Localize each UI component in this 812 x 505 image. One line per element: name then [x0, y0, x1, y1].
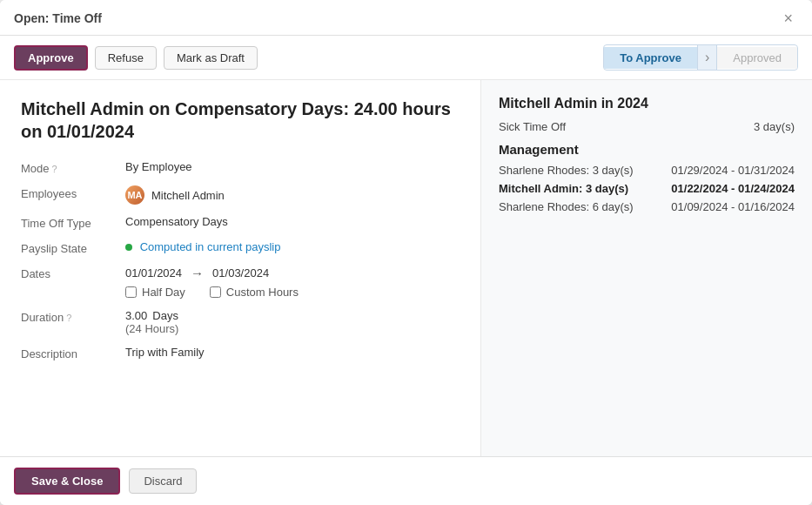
duration-days-number: 3.00	[125, 309, 147, 322]
side-entry-dates-0: 01/29/2024 - 01/31/2024	[671, 164, 795, 177]
save-close-button[interactable]: Save & Close	[14, 468, 120, 495]
side-entry-1: Mitchell Admin: 3 day(s) 01/22/2024 - 01…	[499, 182, 795, 195]
custom-hours-checkbox-label[interactable]: Custom Hours	[210, 286, 299, 299]
custom-hours-checkbox[interactable]	[210, 286, 221, 298]
status-arrow-icon: ›	[697, 45, 717, 70]
discard-button[interactable]: Discard	[129, 468, 197, 494]
avatar: MA	[125, 185, 144, 205]
payslip-state-row: Payslip State Computed in current paysli…	[21, 240, 460, 255]
employees-row: Employees MA Mitchell Admin	[21, 185, 460, 205]
date-to: 01/03/2024	[212, 266, 269, 279]
mode-row: Mode ? By Employee	[21, 160, 460, 175]
payslip-state-label: Payslip State	[21, 240, 125, 255]
checkbox-row: Half Day Custom Hours	[125, 286, 460, 299]
dates-label: Dates	[21, 266, 125, 280]
employee-avatar: MA Mitchell Admin	[125, 185, 225, 205]
duration-label: Duration ?	[21, 309, 125, 324]
side-entry-0: Sharlene Rhodes: 3 day(s) 01/29/2024 - 0…	[499, 164, 795, 177]
time-off-type-value: Compensatory Days	[125, 215, 460, 228]
status-step-approved[interactable]: Approved	[717, 47, 797, 69]
side-entry-2: Sharlene Rhodes: 6 day(s) 01/09/2024 - 0…	[499, 200, 795, 213]
side-panel: Mitchell Admin in 2024 Sick Time Off 3 d…	[481, 80, 812, 456]
status-flow: To Approve › Approved	[603, 44, 798, 71]
side-entry-name-1: Mitchell Admin: 3 day(s)	[499, 182, 628, 195]
approve-button[interactable]: Approve	[14, 45, 88, 71]
side-entry-dates-1: 01/22/2024 - 01/24/2024	[671, 182, 795, 195]
dialog-title: Open: Time Off	[14, 11, 102, 25]
sick-time-off-row: Sick Time Off 3 day(s)	[499, 120, 795, 133]
duration-display: 3.00 Days	[125, 309, 460, 322]
side-entries: Sharlene Rhodes: 3 day(s) 01/29/2024 - 0…	[499, 164, 795, 213]
duration-unit: Days	[152, 309, 178, 322]
management-title: Management	[499, 142, 795, 157]
dates-inputs-row: 01/01/2024 → 01/03/2024	[125, 266, 460, 280]
side-entry-name-2: Sharlene Rhodes: 6 day(s)	[499, 200, 634, 213]
toolbar: Approve Refuse Mark as Draft To Approve …	[0, 36, 812, 80]
time-off-type-row: Time Off Type Compensatory Days	[21, 215, 460, 230]
date-from: 01/01/2024	[125, 266, 182, 279]
status-step-to-approve[interactable]: To Approve	[604, 47, 697, 69]
side-entry-dates-2: 01/09/2024 - 01/16/2024	[671, 200, 795, 213]
sick-label: Sick Time Off	[499, 120, 566, 133]
duration-hours: (24 Hours)	[125, 322, 460, 335]
dialog-titlebar: Open: Time Off ×	[0, 0, 812, 36]
mark-as-draft-button[interactable]: Mark as Draft	[164, 46, 258, 70]
duration-value: 3.00 Days (24 Hours)	[125, 309, 460, 335]
duration-row: Duration ? 3.00 Days (24 Hours)	[21, 309, 460, 335]
description-row: Description Trip with Family	[21, 346, 460, 360]
payslip-text: Computed in current payslip	[140, 240, 281, 253]
half-day-checkbox[interactable]	[125, 286, 137, 298]
employees-label: Employees	[21, 185, 125, 200]
sick-days: 3 day(s)	[754, 120, 795, 133]
employee-name: Mitchell Admin	[151, 189, 225, 202]
employees-value: MA Mitchell Admin	[125, 185, 460, 205]
mode-value: By Employee	[125, 160, 460, 173]
side-title: Mitchell Admin in 2024	[499, 96, 795, 111]
description-label: Description	[21, 346, 125, 360]
dates-row: Dates 01/01/2024 → 01/03/2024 Half Day	[21, 266, 460, 299]
half-day-checkbox-label[interactable]: Half Day	[125, 286, 185, 299]
dates-value: 01/01/2024 → 01/03/2024 Half Day Custom …	[125, 266, 460, 299]
side-entry-name-0: Sharlene Rhodes: 3 day(s)	[499, 164, 634, 177]
payslip-dot	[125, 244, 132, 251]
mode-help-icon: ?	[52, 164, 57, 174]
main-panel: Mitchell Admin on Compensatory Days: 24.…	[0, 80, 481, 456]
dates-arrow-icon: →	[191, 266, 204, 280]
time-off-type-label: Time Off Type	[21, 215, 125, 230]
payslip-state-value: Computed in current payslip	[125, 240, 460, 253]
time-off-dialog: Open: Time Off × Approve Refuse Mark as …	[0, 0, 812, 505]
refuse-button[interactable]: Refuse	[95, 46, 157, 70]
close-button[interactable]: ×	[778, 9, 798, 28]
record-title: Mitchell Admin on Compensatory Days: 24.…	[21, 98, 460, 143]
description-value: Trip with Family	[125, 346, 460, 359]
duration-help-icon: ?	[66, 313, 71, 323]
dialog-footer: Save & Close Discard	[0, 456, 812, 505]
toolbar-actions: Approve Refuse Mark as Draft	[14, 45, 258, 71]
dialog-body: Mitchell Admin on Compensatory Days: 24.…	[0, 80, 812, 456]
mode-label: Mode ?	[21, 160, 125, 175]
